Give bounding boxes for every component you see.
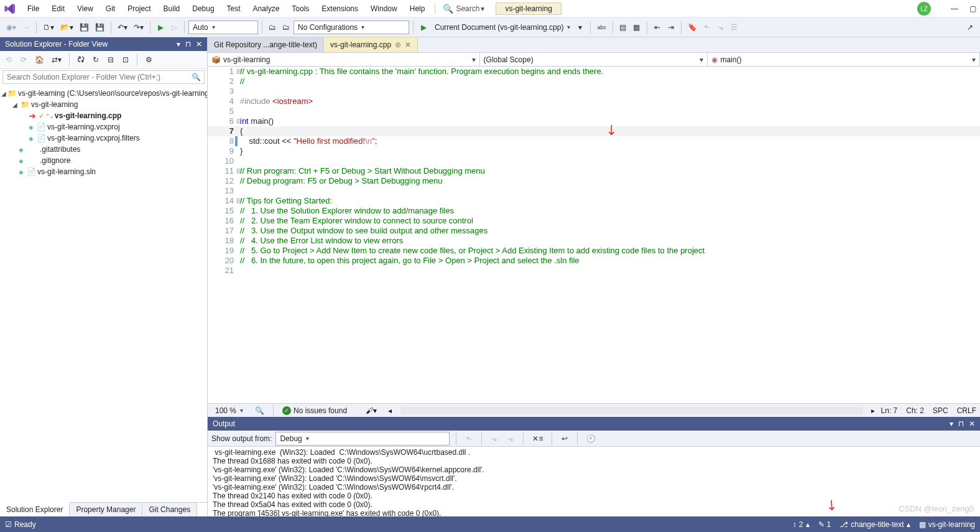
tab-git-changes[interactable]: Git Changes xyxy=(142,503,197,516)
fwd2-icon[interactable]: ⟳ xyxy=(17,53,30,67)
nav-project[interactable]: 📦vs-git-learning xyxy=(208,53,480,66)
minimize-icon[interactable]: — xyxy=(951,4,958,13)
goto-prev-icon[interactable]: ⬑ xyxy=(463,432,475,446)
close-icon[interactable]: ✕ xyxy=(196,40,202,49)
home-icon[interactable]: 🏠 xyxy=(32,53,47,67)
open-icon[interactable]: 📂▾ xyxy=(58,21,76,34)
forward-icon[interactable]: → xyxy=(20,21,32,34)
t1-icon[interactable]: ▤ xyxy=(617,21,629,34)
toggle-icon[interactable]: abc xyxy=(594,21,609,34)
outdent-icon[interactable]: ⇥ xyxy=(665,21,677,34)
menu-build[interactable]: Build xyxy=(157,2,187,16)
tab-cpp-file[interactable]: vs-git-learning.cpp ⊕ ✕ xyxy=(324,37,418,52)
nav-scope[interactable]: (Global Scope) xyxy=(480,53,708,66)
goto-next-icon[interactable]: ⬎ xyxy=(488,432,501,446)
search-box[interactable]: 🔍 Search ▾ xyxy=(443,4,484,14)
clear-icon[interactable]: ✕≡ xyxy=(530,432,545,446)
eol-mode[interactable]: CRLF xyxy=(957,406,976,415)
tree-file-filters[interactable]: ◈📄vs-git-learning.vcxproj.filters xyxy=(1,133,205,144)
menu-view[interactable]: View xyxy=(71,2,99,16)
overflow-icon[interactable]: ▾ xyxy=(574,21,586,34)
save-all-icon[interactable]: 💾 xyxy=(93,21,107,34)
solution-search[interactable]: 🔍 xyxy=(2,70,205,84)
sb-sync[interactable]: ↕ 2 ▴ xyxy=(793,520,810,529)
close-tab-icon[interactable]: ✕ xyxy=(405,40,411,49)
back2-icon[interactable]: ⟲ xyxy=(2,53,15,67)
tree-root[interactable]: ◢📁vs-git-learning (C:\Users\leon\source\… xyxy=(1,88,205,99)
new-item-icon[interactable]: 🗋▾ xyxy=(40,21,57,34)
horizontal-scrollbar[interactable] xyxy=(400,407,862,414)
menu-help[interactable]: Help xyxy=(404,2,432,16)
refresh-icon[interactable]: ↻ xyxy=(90,53,102,67)
share-icon[interactable]: ↗ xyxy=(964,21,976,34)
menu-analyze[interactable]: Analyze xyxy=(247,2,286,16)
config-dropdown[interactable]: No Configurations xyxy=(294,21,409,34)
tree-file-sln[interactable]: ◈📄vs-git-learning.sln xyxy=(1,166,205,177)
health-icon[interactable]: 🔍 xyxy=(255,406,264,415)
menu-window[interactable]: Window xyxy=(364,2,404,16)
menu-debug[interactable]: Debug xyxy=(186,2,220,16)
tree-file-gitignore[interactable]: ◈.gitignore xyxy=(1,155,205,166)
collapse-icon[interactable]: ⊟ xyxy=(104,53,117,67)
code-editor[interactable]: 1⊟// vs-git-learning.cpp : This file con… xyxy=(208,67,980,403)
redo-icon[interactable]: ↷▾ xyxy=(131,21,146,34)
pin-icon[interactable]: ⊓ xyxy=(185,40,191,49)
panel-dropdown-icon[interactable]: ▾ xyxy=(177,40,180,49)
project-context[interactable]: vs-git-learning xyxy=(496,2,561,15)
menu-test[interactable]: Test xyxy=(221,2,247,16)
run-target-dropdown[interactable]: Current Document (vs-git-learning.cpp) xyxy=(431,21,573,34)
zoom-dropdown[interactable]: 100 % xyxy=(211,404,249,418)
tab-solution-explorer[interactable]: Solution Explorer xyxy=(0,502,70,516)
sb-repo[interactable]: ▦ vs-git-learning xyxy=(919,520,975,529)
maximize-icon[interactable]: ▢ xyxy=(969,4,976,13)
close-icon[interactable]: ✕ xyxy=(969,419,975,428)
save-icon[interactable]: 💾 xyxy=(77,21,91,34)
config-auto-dropdown[interactable]: Auto xyxy=(188,21,258,34)
panel-dropdown-icon[interactable]: ▾ xyxy=(950,419,953,428)
indent-icon[interactable]: ⇤ xyxy=(651,21,663,34)
output-from-dropdown[interactable]: Debug xyxy=(275,432,450,446)
pin-tab-icon[interactable]: ⊕ xyxy=(395,40,401,49)
tree-file-gitattr[interactable]: ◈.gitattributes xyxy=(1,144,205,155)
goto-next2-icon[interactable]: ⬎ xyxy=(504,432,517,446)
bm-prev-icon[interactable]: ⬑ xyxy=(701,21,713,34)
start-debug-icon[interactable]: ▶ xyxy=(154,21,167,34)
sb-changes[interactable]: ✎ 1 xyxy=(818,520,831,529)
tree-folder[interactable]: ◢📁vs-git-learning xyxy=(1,99,205,110)
cleanup-icon[interactable]: 🖌▾ xyxy=(366,406,377,415)
sb-branch[interactable]: ⎇ change-title-text ▴ xyxy=(839,520,910,529)
timestamp-icon[interactable]: 🕘 xyxy=(584,432,598,446)
menu-extensions[interactable]: Extensions xyxy=(315,2,364,16)
pin-icon[interactable]: ⊓ xyxy=(958,419,964,428)
wrap-icon[interactable]: ↩ xyxy=(558,432,571,446)
solution2-icon[interactable]: 🗂 xyxy=(280,21,292,34)
bm-list-icon[interactable]: ☰ xyxy=(728,21,741,34)
sync-icon[interactable]: 🗘 xyxy=(75,53,87,67)
menu-file[interactable]: File xyxy=(21,2,45,16)
menu-project[interactable]: Project xyxy=(121,2,157,16)
solution-tree[interactable]: ◢📁vs-git-learning (C:\Users\leon\source\… xyxy=(0,85,207,180)
undo-icon[interactable]: ↶▾ xyxy=(115,21,130,34)
run-icon[interactable]: ▶ xyxy=(417,21,430,34)
tree-file-vcxproj[interactable]: ◈📄vs-git-learning.vcxproj xyxy=(1,121,205,133)
indent-mode[interactable]: SPC xyxy=(933,406,948,415)
menu-git[interactable]: Git xyxy=(99,2,121,16)
menu-tools[interactable]: Tools xyxy=(285,2,315,16)
t2-icon[interactable]: ▦ xyxy=(631,21,643,34)
back-icon[interactable]: ◉▾ xyxy=(4,21,19,34)
bm-next-icon[interactable]: ⬎ xyxy=(714,21,727,34)
solution-search-input[interactable] xyxy=(2,70,205,84)
bookmark-icon[interactable]: 🔖 xyxy=(685,21,700,34)
tab-git-repository[interactable]: Git Repository ...ange-title-text) xyxy=(208,37,324,52)
tree-file-cpp[interactable]: ➜✓ ⁺₊vs-git-learning.cpp xyxy=(1,110,205,121)
user-avatar[interactable]: LZ xyxy=(917,2,931,16)
properties-icon[interactable]: ⚙ xyxy=(142,53,155,67)
issues-indicator[interactable]: ✓No issues found xyxy=(282,406,347,415)
solution-icon[interactable]: 🗂 xyxy=(266,21,279,34)
menu-edit[interactable]: Edit xyxy=(45,2,71,16)
nav-function[interactable]: ◉main() xyxy=(708,53,980,66)
tab-property-manager[interactable]: Property Manager xyxy=(70,503,142,516)
start-nodbg-icon[interactable]: ▷ xyxy=(168,21,180,34)
showall-icon[interactable]: ⊡ xyxy=(119,53,132,67)
switch-view-icon[interactable]: ⇄▾ xyxy=(49,53,64,67)
